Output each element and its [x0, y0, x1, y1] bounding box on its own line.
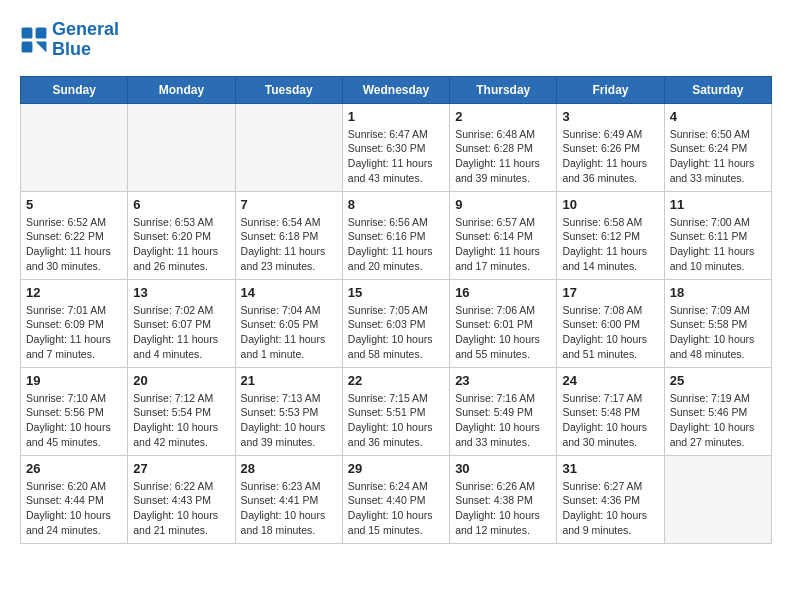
day-number: 11	[670, 197, 766, 212]
day-number: 9	[455, 197, 551, 212]
calendar-cell: 15Sunrise: 7:05 AM Sunset: 6:03 PM Dayli…	[342, 279, 449, 367]
calendar-cell: 17Sunrise: 7:08 AM Sunset: 6:00 PM Dayli…	[557, 279, 664, 367]
logo-text: General Blue	[52, 20, 119, 60]
week-row-5: 26Sunrise: 6:20 AM Sunset: 4:44 PM Dayli…	[21, 455, 772, 543]
day-info: Sunrise: 6:23 AM Sunset: 4:41 PM Dayligh…	[241, 479, 337, 538]
day-number: 7	[241, 197, 337, 212]
day-info: Sunrise: 7:06 AM Sunset: 6:01 PM Dayligh…	[455, 303, 551, 362]
calendar-cell: 22Sunrise: 7:15 AM Sunset: 5:51 PM Dayli…	[342, 367, 449, 455]
day-info: Sunrise: 7:04 AM Sunset: 6:05 PM Dayligh…	[241, 303, 337, 362]
calendar-cell: 8Sunrise: 6:56 AM Sunset: 6:16 PM Daylig…	[342, 191, 449, 279]
svg-rect-2	[22, 41, 33, 52]
calendar-cell: 13Sunrise: 7:02 AM Sunset: 6:07 PM Dayli…	[128, 279, 235, 367]
calendar-cell	[128, 103, 235, 191]
calendar-cell: 10Sunrise: 6:58 AM Sunset: 6:12 PM Dayli…	[557, 191, 664, 279]
day-info: Sunrise: 6:53 AM Sunset: 6:20 PM Dayligh…	[133, 215, 229, 274]
day-number: 20	[133, 373, 229, 388]
calendar-cell: 26Sunrise: 6:20 AM Sunset: 4:44 PM Dayli…	[21, 455, 128, 543]
day-number: 24	[562, 373, 658, 388]
day-info: Sunrise: 6:57 AM Sunset: 6:14 PM Dayligh…	[455, 215, 551, 274]
week-row-1: 1Sunrise: 6:47 AM Sunset: 6:30 PM Daylig…	[21, 103, 772, 191]
day-info: Sunrise: 7:16 AM Sunset: 5:49 PM Dayligh…	[455, 391, 551, 450]
day-info: Sunrise: 6:24 AM Sunset: 4:40 PM Dayligh…	[348, 479, 444, 538]
calendar-cell: 25Sunrise: 7:19 AM Sunset: 5:46 PM Dayli…	[664, 367, 771, 455]
day-info: Sunrise: 7:17 AM Sunset: 5:48 PM Dayligh…	[562, 391, 658, 450]
calendar-cell	[664, 455, 771, 543]
calendar-cell: 9Sunrise: 6:57 AM Sunset: 6:14 PM Daylig…	[450, 191, 557, 279]
header-friday: Friday	[557, 76, 664, 103]
header-row: SundayMondayTuesdayWednesdayThursdayFrid…	[21, 76, 772, 103]
day-number: 4	[670, 109, 766, 124]
day-number: 27	[133, 461, 229, 476]
day-number: 18	[670, 285, 766, 300]
day-info: Sunrise: 7:13 AM Sunset: 5:53 PM Dayligh…	[241, 391, 337, 450]
day-number: 12	[26, 285, 122, 300]
calendar-cell: 28Sunrise: 6:23 AM Sunset: 4:41 PM Dayli…	[235, 455, 342, 543]
day-info: Sunrise: 6:20 AM Sunset: 4:44 PM Dayligh…	[26, 479, 122, 538]
day-info: Sunrise: 7:08 AM Sunset: 6:00 PM Dayligh…	[562, 303, 658, 362]
day-info: Sunrise: 6:22 AM Sunset: 4:43 PM Dayligh…	[133, 479, 229, 538]
day-number: 23	[455, 373, 551, 388]
day-number: 31	[562, 461, 658, 476]
day-info: Sunrise: 6:27 AM Sunset: 4:36 PM Dayligh…	[562, 479, 658, 538]
calendar-cell: 12Sunrise: 7:01 AM Sunset: 6:09 PM Dayli…	[21, 279, 128, 367]
day-number: 5	[26, 197, 122, 212]
calendar-cell: 4Sunrise: 6:50 AM Sunset: 6:24 PM Daylig…	[664, 103, 771, 191]
calendar-cell: 31Sunrise: 6:27 AM Sunset: 4:36 PM Dayli…	[557, 455, 664, 543]
calendar-cell: 19Sunrise: 7:10 AM Sunset: 5:56 PM Dayli…	[21, 367, 128, 455]
week-row-3: 12Sunrise: 7:01 AM Sunset: 6:09 PM Dayli…	[21, 279, 772, 367]
day-info: Sunrise: 6:26 AM Sunset: 4:38 PM Dayligh…	[455, 479, 551, 538]
day-info: Sunrise: 7:00 AM Sunset: 6:11 PM Dayligh…	[670, 215, 766, 274]
calendar-cell: 20Sunrise: 7:12 AM Sunset: 5:54 PM Dayli…	[128, 367, 235, 455]
day-info: Sunrise: 7:05 AM Sunset: 6:03 PM Dayligh…	[348, 303, 444, 362]
calendar-cell: 6Sunrise: 6:53 AM Sunset: 6:20 PM Daylig…	[128, 191, 235, 279]
calendar-cell: 11Sunrise: 7:00 AM Sunset: 6:11 PM Dayli…	[664, 191, 771, 279]
day-number: 15	[348, 285, 444, 300]
header-monday: Monday	[128, 76, 235, 103]
calendar-cell: 29Sunrise: 6:24 AM Sunset: 4:40 PM Dayli…	[342, 455, 449, 543]
day-number: 2	[455, 109, 551, 124]
page-header: General Blue	[20, 20, 772, 60]
logo: General Blue	[20, 20, 119, 60]
day-info: Sunrise: 7:15 AM Sunset: 5:51 PM Dayligh…	[348, 391, 444, 450]
day-info: Sunrise: 7:09 AM Sunset: 5:58 PM Dayligh…	[670, 303, 766, 362]
calendar-cell: 2Sunrise: 6:48 AM Sunset: 6:28 PM Daylig…	[450, 103, 557, 191]
calendar-cell: 18Sunrise: 7:09 AM Sunset: 5:58 PM Dayli…	[664, 279, 771, 367]
calendar-cell: 21Sunrise: 7:13 AM Sunset: 5:53 PM Dayli…	[235, 367, 342, 455]
day-info: Sunrise: 7:10 AM Sunset: 5:56 PM Dayligh…	[26, 391, 122, 450]
calendar-cell: 7Sunrise: 6:54 AM Sunset: 6:18 PM Daylig…	[235, 191, 342, 279]
day-number: 17	[562, 285, 658, 300]
header-tuesday: Tuesday	[235, 76, 342, 103]
calendar-cell: 27Sunrise: 6:22 AM Sunset: 4:43 PM Dayli…	[128, 455, 235, 543]
day-number: 16	[455, 285, 551, 300]
calendar-cell: 23Sunrise: 7:16 AM Sunset: 5:49 PM Dayli…	[450, 367, 557, 455]
calendar-table: SundayMondayTuesdayWednesdayThursdayFrid…	[20, 76, 772, 544]
calendar-cell	[235, 103, 342, 191]
day-info: Sunrise: 7:02 AM Sunset: 6:07 PM Dayligh…	[133, 303, 229, 362]
day-info: Sunrise: 6:54 AM Sunset: 6:18 PM Dayligh…	[241, 215, 337, 274]
day-info: Sunrise: 6:50 AM Sunset: 6:24 PM Dayligh…	[670, 127, 766, 186]
day-info: Sunrise: 6:56 AM Sunset: 6:16 PM Dayligh…	[348, 215, 444, 274]
day-number: 3	[562, 109, 658, 124]
day-number: 21	[241, 373, 337, 388]
day-info: Sunrise: 6:49 AM Sunset: 6:26 PM Dayligh…	[562, 127, 658, 186]
day-number: 1	[348, 109, 444, 124]
header-sunday: Sunday	[21, 76, 128, 103]
day-info: Sunrise: 6:52 AM Sunset: 6:22 PM Dayligh…	[26, 215, 122, 274]
calendar-cell: 24Sunrise: 7:17 AM Sunset: 5:48 PM Dayli…	[557, 367, 664, 455]
day-info: Sunrise: 7:19 AM Sunset: 5:46 PM Dayligh…	[670, 391, 766, 450]
svg-rect-0	[22, 27, 33, 38]
day-number: 30	[455, 461, 551, 476]
day-number: 25	[670, 373, 766, 388]
day-number: 10	[562, 197, 658, 212]
day-number: 28	[241, 461, 337, 476]
header-wednesday: Wednesday	[342, 76, 449, 103]
header-thursday: Thursday	[450, 76, 557, 103]
day-number: 6	[133, 197, 229, 212]
day-info: Sunrise: 6:47 AM Sunset: 6:30 PM Dayligh…	[348, 127, 444, 186]
day-number: 14	[241, 285, 337, 300]
calendar-cell: 14Sunrise: 7:04 AM Sunset: 6:05 PM Dayli…	[235, 279, 342, 367]
day-number: 22	[348, 373, 444, 388]
day-number: 8	[348, 197, 444, 212]
week-row-4: 19Sunrise: 7:10 AM Sunset: 5:56 PM Dayli…	[21, 367, 772, 455]
